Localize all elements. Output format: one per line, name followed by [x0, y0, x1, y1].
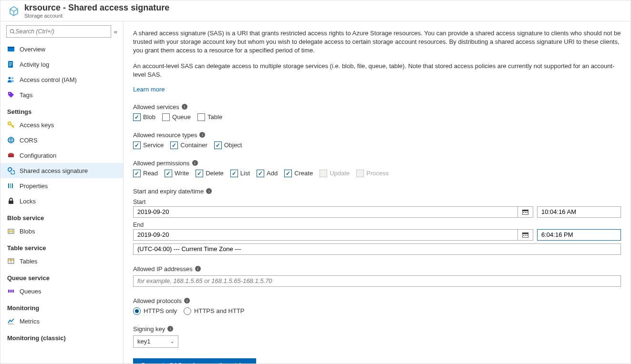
sidebar-item-overview[interactable]: Overview — [0, 41, 123, 57]
check-create[interactable]: Create — [284, 170, 313, 177]
svg-rect-22 — [9, 230, 10, 233]
info-icon[interactable]: i — [192, 160, 198, 166]
svg-rect-20 — [9, 201, 13, 204]
sidebar-label: Access keys — [20, 121, 54, 129]
svg-rect-15 — [8, 154, 14, 157]
sidebar-item-queues[interactable]: Queues — [0, 283, 123, 299]
svg-rect-28 — [10, 290, 12, 293]
info-icon[interactable]: i — [167, 326, 173, 332]
check-update: Update — [320, 170, 350, 177]
sidebar-item-blobs[interactable]: Blobs — [0, 223, 123, 239]
svg-rect-16 — [9, 153, 13, 154]
check-blob[interactable]: Blob — [133, 113, 155, 121]
end-date-input[interactable] — [134, 230, 517, 240]
calendar-icon — [522, 209, 529, 215]
info-icon[interactable]: i — [182, 104, 187, 110]
calendar-icon — [522, 232, 529, 238]
blobs-icon — [7, 227, 15, 235]
svg-line-1 — [13, 32, 15, 34]
overview-icon — [7, 45, 15, 53]
collapse-sidebar-button[interactable]: « — [114, 28, 117, 35]
check-add[interactable]: Add — [257, 170, 278, 177]
end-time-input[interactable] — [537, 229, 621, 241]
section-monitoring: Monitoring — [0, 299, 123, 313]
checkbox-icon — [257, 170, 264, 177]
svg-rect-29 — [12, 290, 14, 293]
sidebar-item-locks[interactable]: Locks — [0, 193, 123, 209]
learn-more-link[interactable]: Learn more — [133, 86, 165, 93]
svg-point-8 — [9, 77, 11, 80]
timezone-input[interactable] — [133, 243, 621, 255]
check-object[interactable]: Object — [214, 142, 242, 149]
sidebar-label: CORS — [20, 137, 38, 144]
sas-icon — [7, 167, 15, 174]
lock-icon — [7, 197, 15, 205]
svg-rect-35 — [527, 212, 528, 213]
check-read[interactable]: Read — [133, 170, 158, 177]
sidebar-item-configuration[interactable]: Configuration — [0, 148, 123, 163]
sidebar-item-sas[interactable]: Shared access signature — [0, 163, 123, 178]
radio-icon — [184, 307, 191, 315]
end-date-calendar-button[interactable] — [517, 230, 533, 240]
sidebar-item-tags[interactable]: Tags — [0, 87, 123, 102]
allowed-ip-input[interactable] — [133, 275, 621, 287]
radio-icon — [133, 307, 141, 315]
start-date-input-wrap[interactable] — [133, 206, 533, 218]
check-delete[interactable]: Delete — [196, 170, 224, 177]
intro-paragraph-2: An account-level SAS can delegate access… — [133, 62, 621, 79]
svg-rect-27 — [8, 290, 10, 293]
search-icon — [10, 29, 15, 35]
radio-https-only[interactable]: HTTPS only — [133, 307, 177, 315]
metrics-icon — [7, 317, 15, 325]
search-input-wrap[interactable] — [6, 25, 111, 38]
svg-rect-33 — [523, 212, 524, 213]
checkbox-icon — [133, 170, 141, 177]
search-input[interactable] — [15, 28, 108, 35]
sidebar-item-activity-log[interactable]: Activity log — [0, 57, 123, 72]
svg-point-9 — [11, 77, 13, 79]
check-service[interactable]: Service — [133, 142, 164, 149]
main-content: A shared access signature (SAS) is a URI… — [124, 21, 631, 364]
svg-rect-21 — [8, 229, 14, 233]
tables-icon — [7, 257, 15, 265]
start-time-input[interactable] — [537, 206, 621, 218]
start-date-calendar-button[interactable] — [517, 207, 533, 217]
sidebar-label: Tags — [20, 91, 32, 99]
checkbox-icon — [196, 170, 203, 177]
sidebar-item-properties[interactable]: Properties — [0, 178, 123, 193]
end-date-input-wrap[interactable] — [133, 229, 533, 241]
svg-rect-34 — [525, 212, 526, 213]
signing-key-select[interactable]: key1 ⌄ — [133, 335, 178, 348]
sidebar-item-access-control[interactable]: Access control (IAM) — [0, 72, 123, 87]
sidebar-item-tables[interactable]: Tables — [0, 253, 123, 269]
sidebar-item-metrics[interactable]: Metrics — [0, 313, 123, 329]
allowed-permissions-label: Allowed permissions — [133, 160, 190, 167]
sidebar-item-cors[interactable]: CORS — [0, 132, 123, 148]
start-date-input[interactable] — [134, 207, 517, 217]
check-queue[interactable]: Queue — [162, 113, 191, 121]
sidebar-item-access-keys[interactable]: Access keys — [0, 117, 123, 132]
storage-account-icon — [8, 5, 20, 17]
section-table: Table service — [0, 239, 123, 253]
allowed-resource-types-options: Service Container Object — [133, 142, 621, 149]
intro-paragraph-1: A shared access signature (SAS) is a URI… — [133, 29, 621, 55]
info-icon[interactable]: i — [184, 298, 190, 303]
checkbox-icon — [214, 142, 222, 149]
activity-log-icon — [7, 61, 15, 68]
check-list[interactable]: List — [230, 170, 250, 177]
blade-header: krsource - Shared access signature Stora… — [0, 0, 631, 21]
check-table[interactable]: Table — [197, 113, 222, 121]
sidebar-label: Configuration — [20, 152, 56, 159]
generate-sas-button[interactable]: Generate SAS and connection string — [133, 358, 256, 364]
radio-https-http[interactable]: HTTPS and HTTP — [184, 307, 244, 315]
checkbox-icon — [197, 113, 205, 121]
info-icon[interactable]: i — [199, 132, 205, 138]
check-write[interactable]: Write — [165, 170, 189, 177]
properties-icon — [7, 182, 15, 190]
checkbox-icon — [284, 170, 292, 177]
info-icon[interactable]: i — [195, 266, 201, 272]
svg-rect-39 — [525, 235, 526, 236]
check-container[interactable]: Container — [170, 142, 207, 149]
sidebar-label: Tables — [20, 258, 38, 265]
info-icon[interactable]: i — [206, 188, 212, 194]
